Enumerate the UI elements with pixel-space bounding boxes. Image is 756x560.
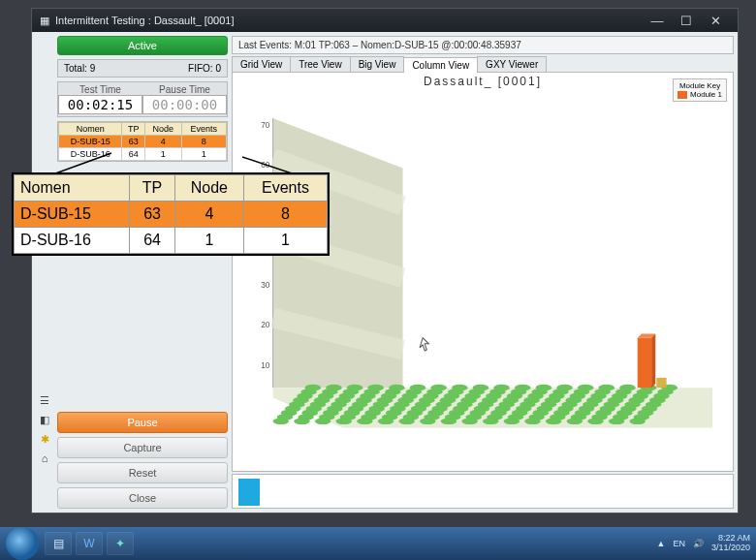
tray-sound-icon[interactable]: 🔊 <box>693 539 704 548</box>
left-panel: Active Total: 9 FIFO: 0 Test Time 00:02:… <box>57 36 228 509</box>
svg-point-164 <box>398 418 414 424</box>
capture-button[interactable]: Capture <box>57 437 228 458</box>
gear-icon[interactable]: ✱ <box>38 433 51 447</box>
svg-point-173 <box>587 418 603 424</box>
tab-big-view[interactable]: Big View <box>350 56 405 72</box>
windows-taskbar[interactable]: ▤ W ✦ ▲ EN 🔊 8:22 AM 3/11/2020 <box>0 527 756 560</box>
svg-point-167 <box>461 418 477 424</box>
totals-panel: Total: 9 FIFO: 0 <box>57 59 228 78</box>
svg-rect-176 <box>638 338 651 389</box>
last-events-bar: Last Events: M:01 TP:063 – Nomen:D-SUB-1… <box>232 36 734 54</box>
svg-point-158 <box>273 418 289 424</box>
svg-point-169 <box>504 418 520 424</box>
table-row[interactable]: D-SUB-16 64 1 1 <box>59 148 227 161</box>
start-button[interactable] <box>6 527 39 560</box>
app-window: ▦ Intermittent Testing : Dassault_ [0001… <box>31 8 739 513</box>
system-tray[interactable]: ▲ EN 🔊 8:22 AM 3/11/2020 <box>657 534 750 553</box>
events-table-mini: Nomen TP Node Events D-SUB-15 63 4 8 D-S… <box>57 121 228 162</box>
col-nomen[interactable]: Nomen <box>59 123 122 136</box>
taskbar-icon-word[interactable]: W <box>76 532 103 555</box>
chart-area[interactable]: Dassault_ [0001] Module Key Module 1 706… <box>232 73 734 472</box>
zoom-row: D-SUB-1664 11 <box>15 228 328 254</box>
close-window-button[interactable]: ✕ <box>701 14 730 28</box>
taskbar-icon-app[interactable]: ✦ <box>107 532 134 555</box>
svg-marker-180 <box>420 338 428 351</box>
taskbar-icon-explorer[interactable]: ▤ <box>45 532 72 555</box>
chart-title: Dassault_ [0001] <box>233 73 733 88</box>
maximize-button[interactable]: ☐ <box>672 14 701 28</box>
legend-swatch <box>677 91 687 99</box>
tray-date[interactable]: 3/11/2020 <box>711 544 750 553</box>
right-panel: Last Events: M:01 TP:063 – Nomen:D-SUB-1… <box>232 36 734 509</box>
svg-point-161 <box>336 418 352 424</box>
app-icon: ▦ <box>40 15 49 27</box>
zoom-col-nomen: Nomen <box>15 175 130 202</box>
svg-point-162 <box>357 418 372 424</box>
pause-time-value: 00:00:00 <box>142 95 227 114</box>
view-tabs: Grid View Tree View Big View Column View… <box>232 56 734 73</box>
column-chart-3d: 7060 5040 3020 10 <box>233 88 733 448</box>
zoomed-table-overlay: Nomen TP Node Events D-SUB-1563 48 D-SUB… <box>12 172 330 256</box>
tab-tree-view[interactable]: Tree View <box>290 56 350 72</box>
left-toolstrip: ☰ ◧ ✱ ⌂ <box>36 36 53 509</box>
tab-grid-view[interactable]: Grid View <box>232 56 291 72</box>
svg-point-163 <box>378 418 394 424</box>
zoom-col-tp: TP <box>130 175 174 202</box>
thumbnail-strip[interactable] <box>232 474 734 509</box>
svg-point-159 <box>294 418 309 424</box>
test-time-label: Test Time <box>58 84 142 95</box>
tool-icon-1[interactable]: ☰ <box>38 394 51 408</box>
window-title: Intermittent Testing : Dassault_ [0001] <box>55 15 234 26</box>
tray-flag-icon[interactable]: ▲ <box>657 539 666 548</box>
time-panel: Test Time 00:02:15 Pause Time 00:00:00 <box>57 81 228 117</box>
reset-button[interactable]: Reset <box>57 462 228 483</box>
zoom-row: D-SUB-1563 48 <box>15 202 328 228</box>
tool-icon-2[interactable]: ◧ <box>38 414 51 427</box>
test-time-value: 00:02:15 <box>58 95 142 114</box>
total-count: Total: 9 <box>58 60 142 77</box>
close-button[interactable]: Close <box>57 487 228 509</box>
col-node[interactable]: Node <box>144 123 181 136</box>
pause-time-label: Pause Time <box>142 84 227 95</box>
tool-icon-3[interactable]: ⌂ <box>38 452 51 466</box>
minimize-button[interactable]: — <box>643 14 672 28</box>
svg-point-174 <box>609 418 624 424</box>
svg-point-171 <box>546 418 561 424</box>
svg-text:60: 60 <box>261 161 270 170</box>
svg-text:20: 20 <box>261 321 270 329</box>
chart-legend: Module Key Module 1 <box>673 78 727 102</box>
thumbnail-bar <box>238 479 260 506</box>
pause-button[interactable]: Pause <box>57 412 228 433</box>
svg-point-170 <box>524 418 540 424</box>
svg-point-165 <box>420 418 435 424</box>
zoom-col-events: Events <box>243 175 327 202</box>
svg-point-160 <box>315 418 331 424</box>
svg-point-175 <box>629 418 645 424</box>
svg-text:10: 10 <box>261 361 270 370</box>
svg-point-168 <box>483 418 498 424</box>
status-badge: Active <box>57 36 228 55</box>
col-events[interactable]: Events <box>181 123 226 136</box>
col-tp[interactable]: TP <box>122 123 145 136</box>
svg-marker-178 <box>651 334 655 389</box>
svg-point-172 <box>567 418 583 424</box>
svg-point-166 <box>441 418 457 424</box>
tray-lang[interactable]: EN <box>673 539 685 548</box>
tab-column-view[interactable]: Column View <box>403 57 478 73</box>
svg-text:70: 70 <box>261 121 270 130</box>
zoom-col-node: Node <box>174 175 243 202</box>
table-row[interactable]: D-SUB-15 63 4 8 <box>59 136 227 148</box>
tab-gxy-viewer[interactable]: GXY Viewer <box>477 56 547 72</box>
titlebar: ▦ Intermittent Testing : Dassault_ [0001… <box>32 9 738 32</box>
fifo-count: FIFO: 0 <box>142 60 227 77</box>
svg-rect-179 <box>656 378 666 388</box>
svg-text:30: 30 <box>261 281 270 290</box>
